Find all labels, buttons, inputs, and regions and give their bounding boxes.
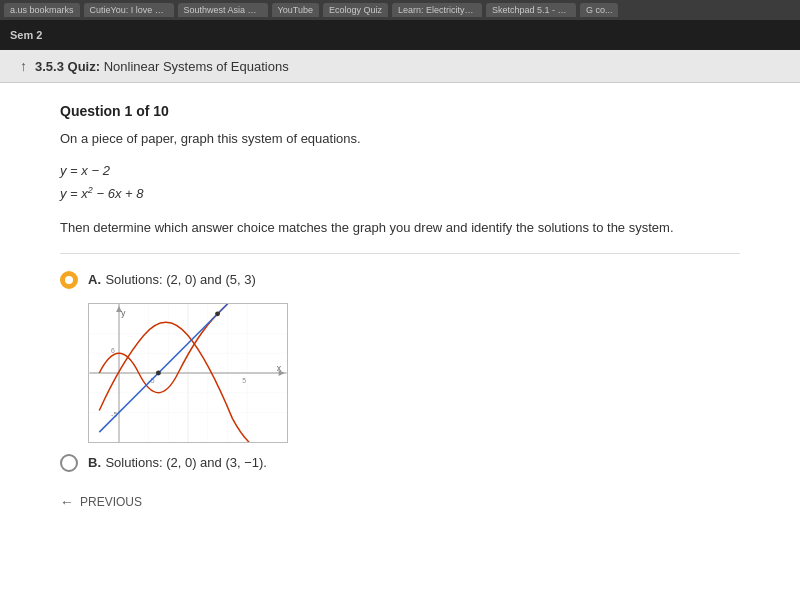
tab-google[interactable]: G co... xyxy=(580,3,619,17)
quiz-title: 3.5.3 Quiz: Nonlinear Systems of Equatio… xyxy=(35,59,289,74)
equation-1: y = x − 2 xyxy=(60,159,740,182)
prev-arrow-icon: ← xyxy=(60,494,74,510)
main-screen: Sem 2 ↑ 3.5.3 Quiz: Nonlinear Systems of… xyxy=(0,20,800,600)
quiz-bold: 3.5.3 Quiz: xyxy=(35,59,100,74)
svg-text:5: 5 xyxy=(242,377,246,384)
question-text: On a piece of paper, graph this system o… xyxy=(60,129,740,149)
question-label: Question 1 of 10 xyxy=(60,103,740,119)
quiz-container: ↑ 3.5.3 Quiz: Nonlinear Systems of Equat… xyxy=(0,50,800,600)
quiz-header: ↑ 3.5.3 Quiz: Nonlinear Systems of Equat… xyxy=(0,50,800,83)
answer-b-label: B. xyxy=(88,455,101,470)
radio-a[interactable] xyxy=(60,271,78,289)
equations-block: y = x − 2 y = x2 − 6x + 8 xyxy=(60,159,740,206)
svg-point-23 xyxy=(156,371,161,376)
answer-option-a[interactable]: A. Solutions: (2, 0) and (5, 3) xyxy=(60,266,740,293)
svg-text:y: y xyxy=(121,308,126,318)
quiz-body: Question 1 of 10 On a piece of paper, gr… xyxy=(0,83,800,600)
navigation-bar: ← PREVIOUS xyxy=(60,486,740,518)
svg-text:6: 6 xyxy=(111,347,115,354)
tab-bookmarks[interactable]: a.us bookmarks xyxy=(4,3,80,17)
tab-southwest[interactable]: Southwest Asia His... xyxy=(178,3,268,17)
browser-tab-bar: a.us bookmarks CutieYou: I love you... S… xyxy=(0,0,800,20)
tab-ecology[interactable]: Ecology Quiz xyxy=(323,3,388,17)
svg-text:x: x xyxy=(277,363,282,373)
answer-a-content: A. Solutions: (2, 0) and (5, 3) xyxy=(88,270,256,288)
quiz-subtitle: Nonlinear Systems of Equations xyxy=(104,59,289,74)
tab-cutieyou[interactable]: CutieYou: I love you... xyxy=(84,3,174,17)
quiz-icon: ↑ xyxy=(20,58,27,74)
radio-b[interactable] xyxy=(60,454,78,472)
tab-sketchpad[interactable]: Sketchpad 5.1 - Dra... xyxy=(486,3,576,17)
graph-container: y x 6 -5 5 -5 xyxy=(88,303,288,443)
answer-b-text: Solutions: (2, 0) and (3, −1). xyxy=(105,455,267,470)
radio-a-inner xyxy=(65,276,73,284)
answer-a-text: Solutions: (2, 0) and (5, 3) xyxy=(105,272,255,287)
answer-option-b[interactable]: B. Solutions: (2, 0) and (3, −1). xyxy=(60,449,740,476)
graph-svg: y x 6 -5 5 -5 xyxy=(89,304,287,442)
tab-learn[interactable]: Learn: Electricity Re... xyxy=(392,3,482,17)
top-bar: Sem 2 xyxy=(0,20,800,50)
answer-b-content: B. Solutions: (2, 0) and (3, −1). xyxy=(88,453,267,471)
answer-a-label: A. xyxy=(88,272,101,287)
equation-2: y = x2 − 6x + 8 xyxy=(60,182,740,206)
semester-label: Sem 2 xyxy=(10,29,42,41)
tab-youtube[interactable]: YouTube xyxy=(272,3,319,17)
follow-text: Then determine which answer choice match… xyxy=(60,218,740,238)
svg-point-24 xyxy=(215,312,220,317)
divider xyxy=(60,253,740,254)
previous-button[interactable]: PREVIOUS xyxy=(80,495,142,509)
